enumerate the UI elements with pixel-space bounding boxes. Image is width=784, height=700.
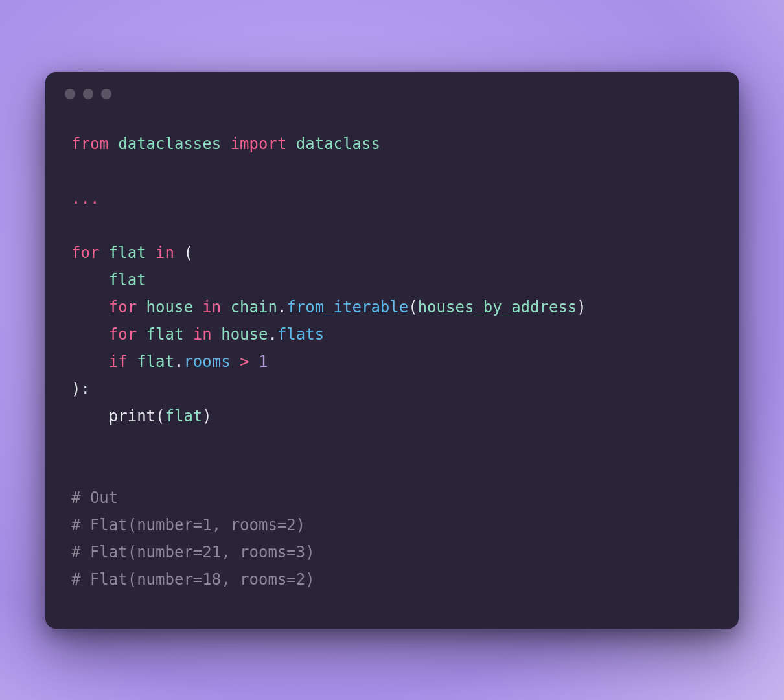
keyword-import: import	[231, 135, 287, 153]
output-comment: # Out	[71, 489, 118, 507]
output-comment: # Flat(number=21, rooms=3)	[71, 543, 315, 561]
var-name: flat	[109, 271, 146, 289]
paren-close: )	[577, 298, 586, 316]
keyword-for: for	[71, 244, 99, 262]
window-dot-zoom-icon[interactable]	[101, 89, 111, 99]
output-comment: # Flat(number=18, rooms=2)	[71, 570, 315, 589]
window-titlebar	[45, 72, 739, 106]
dot: .	[174, 353, 183, 371]
code-line: if flat.rooms > 1	[71, 353, 268, 371]
method-name: from_iterable	[286, 298, 408, 316]
code-window: from dataclasses import dataclass ... fo…	[45, 72, 739, 629]
obj-name: chain	[231, 298, 277, 316]
window-dot-close-icon[interactable]	[65, 89, 75, 99]
obj-name: house	[221, 325, 268, 344]
keyword-in: in	[156, 244, 174, 262]
paren-close: )	[202, 407, 211, 425]
keyword-from: from	[71, 135, 109, 153]
var-name: flat	[137, 353, 174, 371]
code-line: ...	[71, 189, 99, 207]
number-literal: 1	[259, 353, 268, 371]
window-dot-minimize-icon[interactable]	[83, 89, 93, 99]
code-line: ):	[71, 380, 90, 398]
keyword-for: for	[109, 298, 137, 316]
ellipsis: ...	[71, 189, 99, 207]
paren-open: (	[408, 298, 417, 316]
var-name: flat	[109, 244, 146, 262]
var-name: house	[146, 298, 193, 316]
arg-name: flat	[165, 407, 203, 425]
code-block: from dataclasses import dataclass ... fo…	[45, 106, 739, 593]
paren-open: (	[156, 407, 165, 425]
code-line: for flat in house.flats	[71, 325, 324, 344]
output-comment: # Flat(number=1, rooms=2)	[71, 516, 305, 534]
arg-name: houses_by_address	[418, 298, 577, 316]
code-line: flat	[71, 271, 146, 289]
keyword-if: if	[109, 353, 128, 371]
keyword-for: for	[109, 325, 137, 344]
dot: .	[268, 325, 277, 344]
import-name: dataclass	[296, 135, 380, 153]
code-line: from dataclasses import dataclass	[71, 135, 380, 153]
fn-name: print	[109, 407, 156, 425]
paren-close-colon: ):	[71, 380, 90, 398]
code-line: print(flat)	[71, 407, 212, 425]
paren-open: (	[183, 244, 192, 262]
var-name: flat	[146, 325, 184, 344]
dot: .	[277, 298, 286, 316]
code-line: for flat in (	[71, 244, 193, 262]
module-name: dataclasses	[118, 135, 221, 153]
attr-name: flats	[277, 325, 324, 344]
code-line: for house in chain.from_iterable(houses_…	[71, 298, 586, 316]
keyword-in: in	[202, 298, 221, 316]
keyword-in: in	[193, 325, 212, 344]
attr-name: rooms	[183, 353, 230, 371]
operator-gt: >	[240, 353, 249, 371]
